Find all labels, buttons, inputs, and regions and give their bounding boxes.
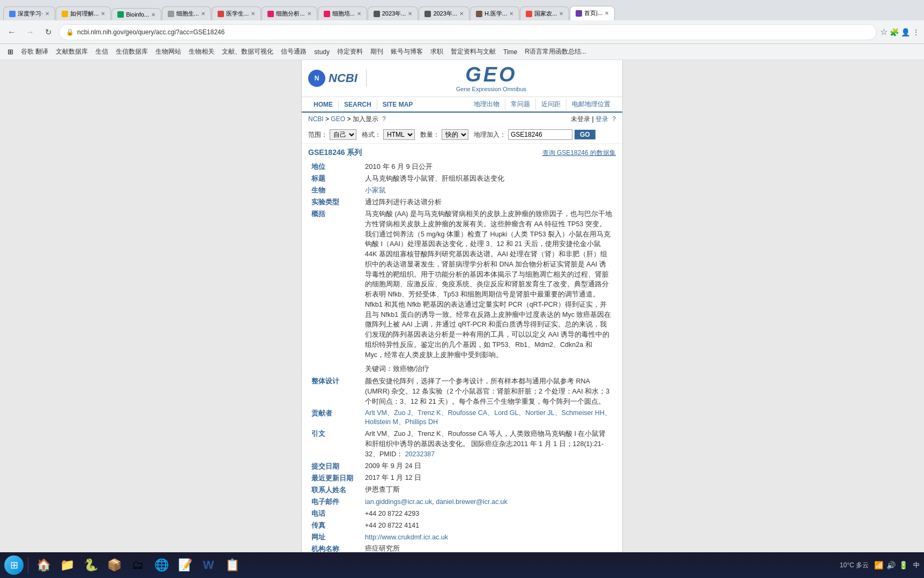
tab-5[interactable]: 医学生... ✕: [212, 6, 261, 20]
reload-button[interactable]: ↻: [41, 25, 56, 40]
field-row-status: 地位 2010 年 6 月 9 日公开: [308, 161, 616, 173]
tab-9[interactable]: 2023年... ✕: [419, 6, 470, 20]
tab-6[interactable]: 细胞分析... ✕: [262, 6, 317, 20]
tab-11[interactable]: 国家农... ✕: [520, 6, 569, 20]
range-select[interactable]: 自己: [330, 129, 356, 140]
taskbar-app-files[interactable]: 🗂: [127, 554, 148, 576]
ncbi-logo-text: NCBI: [329, 71, 357, 85]
field-value-exptype: 通过阵列进行表达谱分析: [362, 196, 616, 208]
search-controls: 范围： 自己 格式： HTML 数量： 快的 地理加入： GO: [302, 126, 622, 144]
email-2-link[interactable]: daniel.brewer@icr.ac.uk: [436, 498, 508, 506]
back-button[interactable]: ←: [4, 25, 19, 40]
tab-10[interactable]: H.医学... ✕: [470, 6, 519, 20]
bookmark-study[interactable]: study: [311, 47, 333, 57]
nav-search[interactable]: SEARCH: [339, 100, 377, 109]
start-button[interactable]: ⊞: [4, 555, 24, 575]
address-bar[interactable]: 🔒 ncbi.nlm.nih.gov/geo/query/acc.cgi?acc…: [59, 24, 877, 40]
bookmark-r[interactable]: R语言常用函数总结...: [521, 46, 590, 57]
battery-icon[interactable]: 🔋: [899, 561, 908, 569]
profile-icon[interactable]: 👤: [901, 28, 910, 36]
tab-1[interactable]: 深度学习· ✕: [3, 6, 55, 20]
bookmark-pending[interactable]: 待定资料: [334, 46, 366, 57]
login-link[interactable]: 登录: [595, 115, 608, 123]
go-button[interactable]: GO: [575, 130, 595, 139]
browser-tabs-bar: 深度学习· ✕ 如何理解... ✕ Bioinfo... ✕ 细胞生... ✕ …: [0, 0, 924, 20]
field-row-email: 电子邮件 ian.giddings@icr.ac.uk, daniel.brew…: [308, 496, 616, 508]
series-title: GSE18246 系列: [308, 148, 362, 158]
field-value-phone: +44 20 8722 4293: [362, 508, 616, 520]
breadcrumb-current: 加入显示: [353, 115, 378, 123]
bookmark-bioinf-db[interactable]: 生信数据库: [113, 46, 151, 57]
field-value-title: 人马克钩酸诱导小鼠肾、肝组织基因表达变化: [362, 173, 616, 184]
citation-pmid[interactable]: 20232387: [405, 450, 435, 458]
tab-7[interactable]: 细胞培... ✕: [318, 6, 367, 20]
taskbar-app-home[interactable]: 🏠: [33, 554, 54, 576]
bookmark-job[interactable]: 求职: [427, 46, 446, 57]
bookmark-biosite[interactable]: 生物网站: [152, 46, 184, 57]
bookmark-biorelated[interactable]: 生物相关: [185, 46, 218, 57]
tab-4[interactable]: 细胞生... ✕: [162, 6, 211, 20]
bookmark-lit-db[interactable]: 文献数据库: [53, 46, 91, 57]
field-label-lastupdate: 最近更新日期: [308, 472, 362, 484]
bookmark-translate[interactable]: 谷歌 翻译: [18, 46, 51, 57]
bookmark-time[interactable]: Time: [500, 47, 520, 57]
tab-12-active[interactable]: 首页|... ✕: [570, 6, 615, 20]
field-label-status: 地位: [308, 161, 362, 173]
breadcrumb-geo[interactable]: GEO: [331, 115, 345, 123]
nav-sitemap[interactable]: SITE MAP: [377, 100, 419, 109]
nav-email[interactable]: 电邮地理位置: [567, 99, 616, 110]
amount-select[interactable]: 快的: [442, 129, 468, 140]
site-nav: HOME SEARCH SITE MAP 地理出物 常问题 近问距 电邮地理位置: [302, 97, 622, 113]
bookmark-journal[interactable]: 期刊: [367, 46, 386, 57]
taskbar: ⊞ 🏠 📁 🐍 📦 🗂 🌐 📝 W 📋 10°C 多云 📶 🔊 🔋 中: [0, 552, 924, 578]
nav-faq[interactable]: 常问题: [505, 99, 536, 110]
field-row-contact-name: 联系人姓名 伊恩查丁斯: [308, 484, 616, 496]
breadcrumb-ncbi[interactable]: NCBI: [308, 115, 324, 123]
geo-accession-input[interactable]: [508, 129, 572, 140]
email-1-link[interactable]: ian.giddings@icr.ac.uk: [365, 498, 432, 506]
menu-icon[interactable]: ⋮: [912, 28, 920, 36]
nav-home[interactable]: HOME: [308, 100, 339, 109]
field-label-phone: 电话: [308, 508, 362, 520]
nav-recent[interactable]: 近问距: [536, 99, 567, 110]
taskbar-app-doc[interactable]: 📝: [174, 554, 196, 576]
login-help-icon[interactable]: ?: [612, 115, 616, 123]
geo-logo-area: GEO Gene Expression Omnibus: [367, 64, 616, 92]
volume-icon[interactable]: 🔊: [886, 561, 896, 569]
bookmark-pathway[interactable]: 信号通路: [278, 46, 310, 57]
query-datasets-link[interactable]: 查询 GSE18246 的数据集: [542, 149, 616, 158]
network-icon[interactable]: 📶: [874, 561, 883, 569]
lock-icon: 🔒: [66, 28, 74, 36]
bookmark-tentative[interactable]: 暂定资料与文献: [448, 46, 499, 57]
taskbar-locale: 中: [913, 561, 920, 570]
tab-8[interactable]: 2023年... ✕: [368, 6, 419, 20]
breadcrumb-help-icon[interactable]: ?: [382, 115, 386, 123]
format-label: 格式：: [362, 130, 381, 139]
taskbar-app-package[interactable]: 📦: [103, 554, 125, 576]
bookmark-bioinf[interactable]: 生信: [92, 46, 111, 57]
bookmark-star-icon[interactable]: ☆: [880, 27, 888, 37]
contributors-links[interactable]: Arlt VM、Zuo J、Trenz K、Roufosse CA、Lord G…: [365, 409, 612, 426]
taskbar-app-folder[interactable]: 📁: [56, 554, 78, 576]
organism-link[interactable]: 小家鼠: [365, 186, 386, 194]
taskbar-app-browser[interactable]: 🌐: [151, 554, 172, 576]
nav-geo-record[interactable]: 地理出物: [468, 99, 505, 110]
taskbar-app-python[interactable]: 🐍: [80, 554, 101, 576]
extensions-icon[interactable]: 🧩: [890, 28, 899, 36]
browser-action-icons: ☆ 🧩 👤 ⋮: [880, 27, 920, 37]
site-nav-left: HOME SEARCH SITE MAP: [308, 100, 418, 109]
format-select[interactable]: HTML: [383, 129, 415, 140]
browser-toolbar: ← → ↻ 🔒 ncbi.nlm.nih.gov/geo/query/acc.c…: [0, 20, 924, 44]
field-value-submission: 2009 年 9 月 24 日: [362, 461, 616, 472]
website-link[interactable]: http://www.crukdmf.icr.ac.uk: [365, 533, 448, 541]
bookmark-data-viz[interactable]: 文献、数据可视化: [219, 46, 277, 57]
bookmark-apps-icon[interactable]: ⊞: [4, 47, 17, 57]
field-label-abstract: 概括: [308, 208, 362, 375]
tab-3[interactable]: Bioinfo... ✕: [111, 8, 161, 20]
forward-button[interactable]: →: [23, 25, 38, 40]
tab-2[interactable]: 如何理解... ✕: [56, 6, 111, 20]
field-row-abstract: 概括 马克钩酸 (AA) 是与马克钩酸肾病相关的皮肤上皮肿瘤的致癌因子，也与巴尔…: [308, 208, 616, 375]
bookmark-account[interactable]: 账号与博客: [388, 46, 426, 57]
taskbar-app-word[interactable]: W: [198, 554, 219, 576]
taskbar-app-wps[interactable]: 📋: [221, 554, 243, 576]
